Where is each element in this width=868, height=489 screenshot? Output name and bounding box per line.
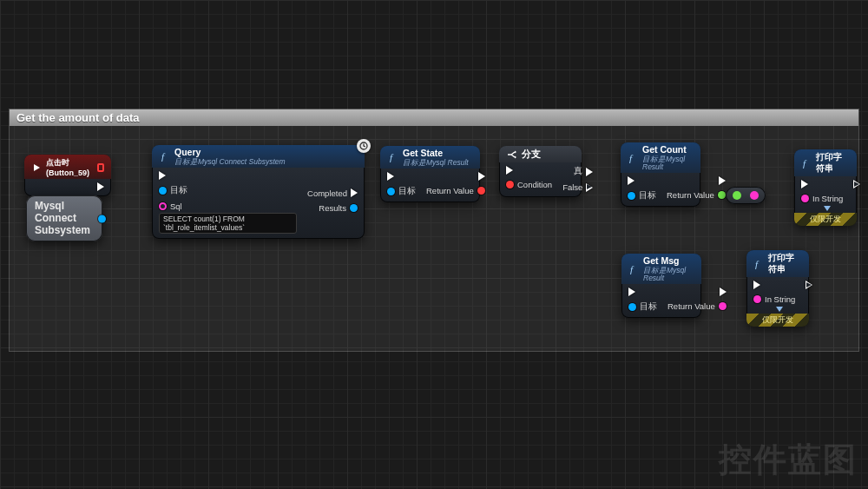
- branch-title: 分支: [522, 149, 541, 161]
- results-out[interactable]: Results: [319, 203, 358, 213]
- event-node-onclicked[interactable]: 点击时 (Button_59): [24, 155, 111, 196]
- function-icon: f: [159, 151, 170, 162]
- dev-only-stripe: 仅限开发: [746, 314, 809, 327]
- getmsg-subtitle: 目标是Mysql Result: [643, 267, 694, 283]
- blueprint-canvas[interactable]: Get the amount of data 点击时 (Button_59) M…: [0, 0, 868, 489]
- exec-out[interactable]: [719, 176, 726, 185]
- query-node[interactable]: f Query 目标是Mysql Connect Subsystem 目标 Sq…: [152, 145, 365, 239]
- svg-text:f: f: [630, 264, 635, 274]
- getcount-node[interactable]: f Get Count 目标是Mysql Result 目标 Return Va…: [621, 142, 700, 207]
- printstring-node-2[interactable]: f 打印字符串 In String 仅限开发: [746, 250, 809, 327]
- getcount-title: Get Count: [642, 145, 694, 155]
- function-icon: f: [628, 153, 638, 164]
- exec-out[interactable]: [720, 287, 727, 296]
- variable-get-mysql-subsystem[interactable]: Mysql Connect Subsystem: [26, 195, 102, 241]
- instring-in[interactable]: In String: [801, 194, 843, 203]
- target-in[interactable]: 目标: [628, 190, 656, 202]
- svg-text:f: f: [161, 151, 166, 162]
- conversion-node[interactable]: [726, 187, 766, 204]
- query-subtitle: 目标是Mysql Connect Subsystem: [174, 158, 286, 166]
- target-in[interactable]: 目标: [159, 185, 187, 196]
- exec-in[interactable]: [628, 176, 635, 185]
- branch-node[interactable]: 分支 Condition 真 False: [499, 146, 582, 197]
- expand-arrow-icon[interactable]: [824, 206, 831, 211]
- true-out[interactable]: 真: [574, 166, 593, 177]
- getstate-subtitle: 目标是Mysql Result: [403, 159, 469, 167]
- condition-in[interactable]: Condition: [506, 180, 552, 189]
- exec-in[interactable]: [753, 281, 760, 289]
- function-icon: f: [801, 158, 812, 169]
- function-icon: f: [387, 152, 398, 163]
- return-out[interactable]: Return Value: [667, 190, 726, 200]
- exec-in[interactable]: [628, 287, 635, 296]
- instring-in[interactable]: In String: [753, 294, 795, 304]
- svg-text:f: f: [629, 153, 634, 163]
- getcount-subtitle: 目标是Mysql Result: [642, 155, 694, 172]
- var-out-pin[interactable]: [98, 215, 106, 222]
- convert-in[interactable]: [733, 191, 741, 200]
- svg-text:f: f: [390, 152, 394, 162]
- exec-out[interactable]: [97, 182, 104, 191]
- var-line1: Mysql: [35, 201, 90, 213]
- query-title: Query: [174, 148, 286, 158]
- exec-in[interactable]: [801, 180, 808, 188]
- function-icon: f: [753, 259, 764, 270]
- event-title: 点击时 (Button_59): [46, 157, 93, 177]
- return-out[interactable]: Return Value: [667, 301, 727, 311]
- print1-title: 打印字符串: [816, 152, 850, 175]
- getmsg-title: Get Msg: [643, 256, 694, 267]
- exec-out[interactable]: [478, 172, 485, 181]
- target-in[interactable]: 目标: [628, 301, 657, 313]
- var-line3: Subsystem: [35, 225, 90, 237]
- event-icon: [31, 162, 42, 173]
- print2-title: 打印字符串: [768, 253, 802, 275]
- exec-in[interactable]: [387, 172, 394, 181]
- svg-text:f: f: [803, 158, 807, 169]
- getstate-node[interactable]: f Get State 目标是Mysql Result 目标 Return Va…: [380, 146, 480, 202]
- printstring-node-1[interactable]: f 打印字符串 In String 仅限开发: [794, 149, 857, 226]
- convert-out[interactable]: [750, 191, 759, 200]
- getmsg-node[interactable]: f Get Msg 目标是Mysql Result 目标 Return Valu…: [621, 254, 701, 318]
- exec-out[interactable]: [853, 180, 860, 188]
- expand-arrow-icon[interactable]: [776, 307, 783, 312]
- completed-out[interactable]: Completed: [307, 188, 358, 198]
- latent-clock-icon: [357, 139, 371, 153]
- target-in[interactable]: 目标: [387, 186, 416, 197]
- false-out[interactable]: False: [562, 182, 593, 192]
- exec-out[interactable]: [806, 281, 812, 289]
- return-out[interactable]: Return Value: [426, 186, 485, 195]
- sql-in[interactable]: Sql: [159, 202, 297, 211]
- function-icon: f: [628, 264, 639, 275]
- var-line2: Connect: [35, 213, 90, 225]
- exec-in[interactable]: [506, 166, 513, 175]
- comment-title[interactable]: Get the amount of data: [10, 109, 858, 126]
- exec-in[interactable]: [159, 171, 166, 180]
- svg-text:f: f: [755, 259, 760, 269]
- dev-only-stripe: 仅限开发: [794, 213, 857, 226]
- delegate-pin[interactable]: [97, 163, 104, 172]
- branch-icon: [506, 149, 517, 161]
- comment-box[interactable]: Get the amount of data: [9, 109, 859, 352]
- sql-textbox[interactable]: SELECT count(1) FROM `tbl_role_itemlist_…: [159, 213, 297, 234]
- getstate-title: Get State: [403, 149, 469, 159]
- watermark-text: 控件蓝图: [719, 438, 858, 482]
